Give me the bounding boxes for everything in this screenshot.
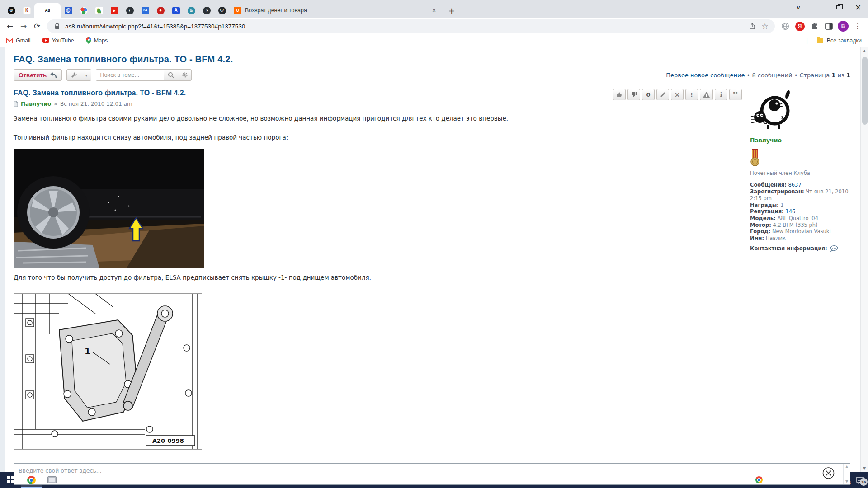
- bookmark-gmail[interactable]: Gmail: [6, 38, 31, 44]
- profile-field: Город: New Mordovian Vasuki: [750, 228, 853, 235]
- edit-post-button[interactable]: [656, 89, 669, 100]
- page-scrollbar[interactable]: ▲ ▼: [860, 47, 868, 472]
- pinned-tab-globe-1[interactable]: ◐: [122, 3, 137, 18]
- tab-search-button[interactable]: ∨: [788, 0, 808, 14]
- all-bookmarks[interactable]: | Все закладки: [806, 38, 862, 44]
- info-icon: i: [720, 91, 722, 98]
- contact-info-row: Контактная информация:: [750, 245, 853, 252]
- pinned-tab-24[interactable]: 24: [137, 3, 153, 18]
- avatar[interactable]: [750, 89, 795, 133]
- scroll-down-icon[interactable]: ▼: [845, 479, 848, 483]
- chrome-icon: [27, 476, 36, 484]
- pinned-tab-mail[interactable]: @: [61, 3, 76, 18]
- report-post-button[interactable]: !: [685, 89, 698, 100]
- profile-avatar[interactable]: B: [837, 20, 849, 32]
- reply-arrow-icon: [49, 72, 57, 78]
- pencil-icon: [660, 92, 666, 98]
- profile-field: Сообщения: 8637: [750, 182, 853, 188]
- pinned-tab-shield[interactable]: 🛡: [214, 3, 230, 18]
- search-settings-button[interactable]: [178, 69, 192, 81]
- scrollbar-down-arrow[interactable]: ▼: [861, 465, 868, 472]
- pinned-tab-red-star[interactable]: ✦: [153, 3, 168, 18]
- color-dots-icon: [80, 7, 88, 14]
- reputation-link[interactable]: 146: [785, 208, 795, 215]
- warn-user-button[interactable]: [700, 89, 713, 100]
- back-button[interactable]: ←: [4, 20, 16, 33]
- folder-icon: [817, 38, 823, 43]
- quick-reply-input[interactable]: [14, 464, 843, 484]
- tab-return-goods[interactable]: ∪ Возврат денег и товара ×: [230, 3, 442, 18]
- pinned-tab-dartboard[interactable]: ◎: [4, 3, 19, 18]
- pinned-tab-teal-pot[interactable]: ♨: [184, 3, 199, 18]
- as8-forum-icon: A8: [44, 7, 52, 14]
- browser-tab-strip: ◎ К A8 @ ♞ ▶ ◐ 24 ✦ A ♨ ◑ 🛡 ∪ Возврат де…: [0, 0, 868, 18]
- scrollbar-thumb[interactable]: [862, 57, 868, 125]
- pinned-tab-chess[interactable]: ♞: [91, 3, 107, 18]
- chat-bubble-icon[interactable]: [830, 245, 838, 252]
- quote-button[interactable]: “: [729, 89, 742, 100]
- sidebar-panel-icon[interactable]: [823, 20, 835, 32]
- bookmark-star-icon[interactable]: ☆: [760, 22, 769, 31]
- address-bar[interactable]: as8.ru/forum/viewtopic.php?f=41&t=15385&…: [47, 19, 775, 33]
- yandex-extension-icon[interactable]: Я: [794, 20, 806, 32]
- restore-button[interactable]: [828, 0, 848, 14]
- youtube-icon: [42, 38, 49, 43]
- post-author-profile: Павлучио Почетный член Клуба Сообщения: …: [750, 86, 853, 455]
- exclaim-icon: !: [690, 91, 693, 98]
- post-author-link[interactable]: Павлучио: [21, 101, 51, 107]
- translate-globe-icon[interactable]: [779, 20, 791, 32]
- topic-search-input[interactable]: [96, 69, 164, 81]
- close-button[interactable]: ×: [848, 0, 868, 14]
- like-counter: 0: [642, 89, 655, 100]
- bookmark-youtube[interactable]: YouTube: [42, 38, 74, 44]
- pinned-tab-as8-active[interactable]: A8: [34, 3, 61, 18]
- posts-count-link[interactable]: 8637: [788, 182, 801, 188]
- delete-post-button[interactable]: ×: [671, 89, 684, 100]
- profile-field: Модель: A8L Quattro '04: [750, 215, 853, 222]
- notification-center[interactable]: 16: [856, 476, 864, 484]
- chess-knight-icon: ♞: [95, 7, 103, 14]
- new-tab-button[interactable]: +: [445, 4, 458, 17]
- profile-field: Зарегистрирован: Чт янв 21, 2010 2:15 pm: [750, 188, 853, 202]
- shopping-bag-icon: ∪: [234, 7, 241, 14]
- maps-pin-icon: [86, 37, 91, 44]
- textarea-scrollbar[interactable]: ▲ ▼: [843, 464, 850, 484]
- post-info-button[interactable]: i: [715, 89, 727, 100]
- share-icon[interactable]: [748, 22, 757, 31]
- like-button[interactable]: [613, 89, 626, 100]
- profile-field: Мотор: 4.2 BFM (335 ph): [750, 222, 853, 229]
- browser-toolbar: ← → ⟳ as8.ru/forum/viewtopic.php?f=41&t=…: [0, 18, 868, 34]
- globe-icon: ◑: [203, 7, 211, 14]
- forward-button[interactable]: →: [17, 20, 30, 33]
- expand-editor-button[interactable]: [822, 467, 835, 481]
- profile-fields: Сообщения: 8637 Зарегистрирован: Чт янв …: [750, 182, 853, 241]
- profile-field: Награды: 1: [750, 202, 853, 209]
- page-icon: [14, 101, 18, 107]
- calendar-24-icon: 24: [142, 7, 149, 14]
- pinned-tab-youtube[interactable]: ▶: [107, 3, 122, 18]
- pinned-tab-globe-2[interactable]: ◑: [199, 3, 214, 18]
- lock-icon: [52, 22, 61, 31]
- topic-tools-button[interactable]: ▾: [66, 69, 91, 81]
- gear-icon: [182, 72, 188, 78]
- scrollbar-up-arrow[interactable]: ▲: [861, 47, 868, 54]
- kebab-menu-icon[interactable]: ⋮: [852, 20, 863, 32]
- tab-close-icon[interactable]: ×: [430, 6, 438, 14]
- reload-button[interactable]: ⟳: [31, 20, 43, 33]
- bookmark-maps[interactable]: Maps: [86, 37, 108, 44]
- wrench-icon: [71, 72, 77, 79]
- profile-username[interactable]: Павлучио: [750, 137, 853, 144]
- extensions-puzzle-icon[interactable]: [808, 20, 820, 32]
- scroll-up-icon[interactable]: ▲: [845, 465, 848, 469]
- url-text[interactable]: as8.ru/forum/viewtopic.php?f=41&t=15385&…: [65, 23, 744, 30]
- pinned-tab-a[interactable]: A: [168, 3, 184, 18]
- pinned-tab-google-service[interactable]: [76, 3, 91, 18]
- search-submit-button[interactable]: [164, 69, 178, 81]
- pinned-tab-red-logo[interactable]: К: [19, 3, 34, 18]
- dislike-button[interactable]: [627, 89, 640, 100]
- globe-icon: ◐: [126, 7, 134, 14]
- minimize-button[interactable]: –: [808, 0, 828, 14]
- first-new-post-link[interactable]: Первое новое сообщение: [666, 72, 745, 79]
- reply-button[interactable]: Ответить: [14, 69, 62, 81]
- tab-title: Возврат денег и товара: [245, 7, 426, 14]
